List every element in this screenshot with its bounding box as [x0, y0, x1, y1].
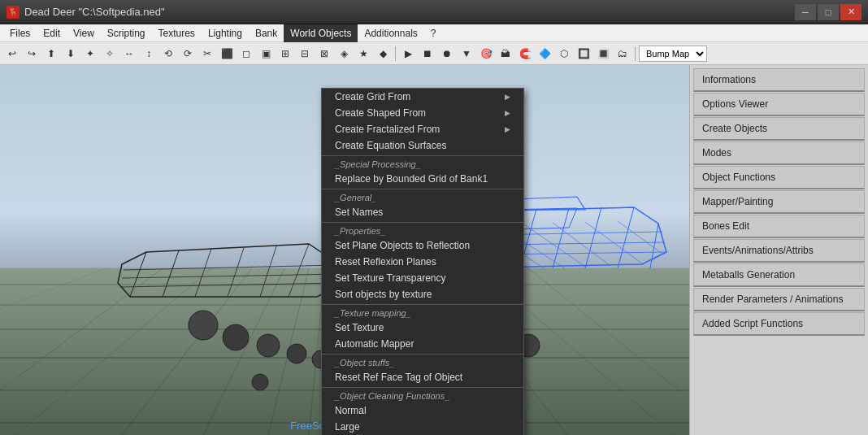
dropdown-properties-label: _Properties_: [322, 224, 523, 237]
dropdown-set-texture-transparency[interactable]: Set Texture Transparency: [322, 270, 523, 286]
dropdown-special-processing-label: _Special Processing_: [322, 158, 523, 171]
viewport[interactable]: TPEDIA: [0, 65, 689, 435]
panel-modes[interactable]: Modes: [693, 141, 865, 165]
menu-scripting[interactable]: Scripting: [101, 24, 152, 42]
toolbar-btn-19[interactable]: ★: [354, 45, 372, 63]
toolbar-btn-27[interactable]: 🧲: [516, 45, 534, 63]
menu-files[interactable]: Files: [3, 24, 37, 42]
toolbar-btn-14[interactable]: ▣: [257, 45, 275, 63]
toolbar: ↩ ↪ ⬆ ⬇ ✦ ✧ ↔ ↕ ⟲ ⟳ ✂ ⬛ ◻ ▣ ⊞ ⊟ ⊠ ◈ ★ ◆ …: [0, 42, 868, 65]
dropdown-set-names[interactable]: Set Names: [322, 204, 523, 220]
panel-metaballs-generation[interactable]: Metaballs Generation: [693, 263, 865, 287]
menu-edit[interactable]: Edit: [37, 24, 67, 42]
toolbar-btn-7[interactable]: ↔: [120, 45, 138, 63]
menu-lighting[interactable]: Lighting: [202, 24, 249, 42]
svg-point-25: [257, 334, 280, 357]
panel-mapper-painting[interactable]: Mapper/Painting: [693, 190, 865, 214]
menu-view[interactable]: View: [67, 24, 101, 42]
menu-bank[interactable]: Bank: [249, 24, 284, 42]
dropdown-set-texture[interactable]: Set Texture: [322, 320, 523, 336]
svg-point-30: [252, 374, 268, 390]
toolbar-btn-6[interactable]: ✧: [101, 45, 119, 63]
title-bar: 🦌 Dead Deer "C:\Softpedia.ned" ─ □ ✕: [0, 0, 868, 24]
right-panel: Informations Options Viewer Create Objec…: [689, 65, 868, 435]
toolbar-btn-5[interactable]: ✦: [81, 45, 99, 63]
toolbar-btn-31[interactable]: 🔳: [594, 45, 612, 63]
toolbar-btn-1[interactable]: ↩: [3, 45, 21, 63]
main-area: TPEDIA: [0, 65, 868, 435]
toolbar-btn-29[interactable]: ⬡: [555, 45, 573, 63]
toolbar-btn-20[interactable]: ◆: [374, 45, 392, 63]
app-icon: 🦌: [7, 6, 20, 19]
title-bar-left: 🦌 Dead Deer "C:\Softpedia.ned": [7, 6, 165, 19]
title-text: Dead Deer "C:\Softpedia.ned": [24, 6, 165, 18]
toolbar-btn-18[interactable]: ◈: [335, 45, 353, 63]
dropdown-sep-4: [322, 304, 523, 305]
dropdown-normal[interactable]: Normal: [322, 402, 523, 419]
menu-bar: Files Edit View Scripting Textures Light…: [0, 24, 868, 42]
toolbar-btn-12[interactable]: ⬛: [218, 45, 236, 63]
dropdown-large[interactable]: Large: [322, 419, 523, 435]
svg-point-24: [223, 324, 249, 350]
toolbar-btn-23[interactable]: ⏺: [438, 45, 456, 63]
window-controls: ─ □ ✕: [795, 4, 861, 20]
toolbar-btn-16[interactable]: ⊟: [296, 45, 314, 63]
world-objects-dropdown: Create Grid From Create Shaped From Crea…: [321, 88, 524, 435]
panel-create-objects[interactable]: Create Objects: [693, 117, 865, 141]
dropdown-object-cleaning-label: _Object Cleaning Functions_: [322, 389, 523, 402]
menu-world-objects[interactable]: World Objects: [284, 24, 358, 42]
menu-additionnals[interactable]: Additionnals: [358, 24, 423, 42]
toolbar-btn-11[interactable]: ✂: [198, 45, 216, 63]
menu-help[interactable]: ?: [424, 24, 443, 42]
panel-object-functions[interactable]: Object Functions: [693, 166, 865, 189]
toolbar-btn-17[interactable]: ⊠: [315, 45, 333, 63]
close-button[interactable]: ✕: [840, 4, 861, 20]
toolbar-btn-24[interactable]: ▼: [458, 45, 475, 63]
bump-map-dropdown[interactable]: Bump Map: [639, 46, 707, 62]
toolbar-btn-4[interactable]: ⬇: [62, 45, 80, 63]
minimize-button[interactable]: ─: [795, 4, 816, 20]
svg-point-26: [287, 344, 306, 363]
toolbar-btn-15[interactable]: ⊞: [276, 45, 294, 63]
dropdown-texture-mapping-label: _Texture mapping_: [322, 307, 523, 320]
svg-point-23: [189, 311, 218, 340]
dropdown-automatic-mapper[interactable]: Automatic Mapper: [322, 336, 523, 352]
dropdown-reset-ref-face-tag[interactable]: Reset Ref Face Tag of Object: [322, 369, 523, 385]
toolbar-btn-30[interactable]: 🔲: [575, 45, 592, 63]
dropdown-replace-by-bounded-grid[interactable]: Replace by Bounded Grid of Bank1: [322, 171, 523, 187]
panel-bones-edit[interactable]: Bones Edit: [693, 215, 865, 238]
dropdown-create-fractalized-from[interactable]: Create Fractalized From: [322, 121, 523, 137]
dropdown-reset-reflexion-planes[interactable]: Reset Reflexion Planes: [322, 254, 523, 270]
dropdown-create-equation-surfaces[interactable]: Create Equation Surfaces: [322, 137, 523, 154]
toolbar-btn-2[interactable]: ↪: [23, 45, 41, 63]
toolbar-btn-28[interactable]: 🔷: [536, 45, 553, 63]
dropdown-set-plane-objects[interactable]: Set Plane Objects to Reflection: [322, 237, 523, 254]
toolbar-btn-3[interactable]: ⬆: [42, 45, 60, 63]
dropdown-object-stuffs-label: _Object stuffs_: [322, 356, 523, 369]
menu-textures[interactable]: Textures: [152, 24, 202, 42]
panel-informations[interactable]: Informations: [693, 68, 865, 92]
toolbar-btn-8[interactable]: ↕: [140, 45, 158, 63]
toolbar-btn-22[interactable]: ⏹: [419, 45, 436, 63]
dropdown-sep-3: [322, 222, 523, 223]
toolbar-btn-9[interactable]: ⟲: [159, 45, 177, 63]
panel-render-parameters[interactable]: Render Parameters / Animations: [693, 288, 865, 311]
dropdown-create-grid-from[interactable]: Create Grid From: [322, 89, 523, 105]
toolbar-sep-1: [395, 46, 396, 61]
toolbar-btn-25[interactable]: 🎯: [477, 45, 495, 63]
panel-added-script-functions[interactable]: Added Script Functions: [693, 312, 865, 336]
dropdown-sort-objects-by-texture[interactable]: Sort objects by texture: [322, 286, 523, 302]
maximize-button[interactable]: □: [818, 4, 839, 20]
dropdown-create-shaped-from[interactable]: Create Shaped From: [322, 105, 523, 121]
toolbar-btn-26[interactable]: 🏔: [497, 45, 514, 63]
toolbar-btn-21[interactable]: ▶: [399, 45, 417, 63]
dropdown-general-label: _General_: [322, 191, 523, 204]
toolbar-btn-13[interactable]: ◻: [237, 45, 255, 63]
toolbar-btn-10[interactable]: ⟳: [179, 45, 197, 63]
dropdown-sep-5: [322, 354, 523, 355]
dropdown-sep-6: [322, 387, 523, 388]
panel-events-animations-attribs[interactable]: Events/Animations/Attribs: [693, 239, 865, 263]
toolbar-btn-32[interactable]: 🗂: [614, 45, 631, 63]
toolbar-sep-2: [635, 46, 636, 61]
panel-options-viewer[interactable]: Options Viewer: [693, 93, 865, 116]
